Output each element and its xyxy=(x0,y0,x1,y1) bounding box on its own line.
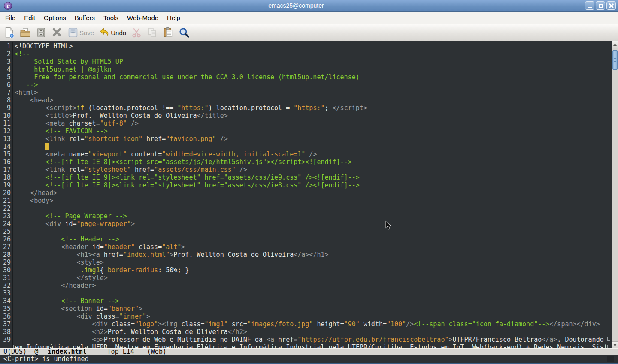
thumb-grip-icon xyxy=(614,58,616,59)
magnifier-icon xyxy=(179,27,190,38)
menu-options[interactable]: Options xyxy=(39,12,70,24)
minimize-button[interactable] xyxy=(585,1,594,10)
modeline-coding: U(DOS)--@ xyxy=(3,348,38,355)
code-line: 38 <h2>Prof. Wellton Costa de Oliveira</… xyxy=(0,328,612,336)
save-disk-icon xyxy=(67,27,79,38)
mouse-pointer xyxy=(385,220,393,231)
code-line: 22 xyxy=(0,205,612,212)
scroll-up-button[interactable] xyxy=(612,41,618,48)
code-line: 25 xyxy=(0,228,612,235)
modeline-buffer-name: index.html xyxy=(48,348,86,355)
code-line: 31 </style> xyxy=(0,274,612,282)
new-file-icon xyxy=(4,27,15,38)
menu-edit[interactable]: Edit xyxy=(20,12,39,24)
window-title: emacs25@computer xyxy=(0,0,592,12)
line-number: 8 xyxy=(0,96,11,104)
modeline-position: Top L14 xyxy=(107,348,134,355)
code-line: 28 <h1><a href="index.html">Prof. Wellto… xyxy=(0,251,612,259)
line-number: 35 xyxy=(0,305,11,313)
maximize-button[interactable] xyxy=(596,1,605,10)
line-number: 32 xyxy=(0,282,11,289)
line-number: 29 xyxy=(0,259,11,266)
undo-button[interactable]: Undo xyxy=(98,26,127,39)
search-button[interactable] xyxy=(178,26,190,39)
code-line: 29 <style> xyxy=(0,259,612,266)
dired-button[interactable] xyxy=(35,26,47,39)
line-number: 12 xyxy=(0,127,11,135)
open-folder-icon xyxy=(20,27,31,38)
line-number: 1 xyxy=(0,42,11,50)
menu-tools[interactable]: Tools xyxy=(99,12,123,24)
line-number: 24 xyxy=(0,220,11,228)
close-button[interactable] xyxy=(606,1,616,10)
scrollbar[interactable] xyxy=(612,41,618,348)
scissors-icon xyxy=(131,27,142,38)
code-line: 11 <meta charset="utf-8" /> xyxy=(0,120,612,127)
line-number: 20 xyxy=(0,189,11,197)
arrow-up-icon xyxy=(613,43,617,46)
code-line: 2<!-- xyxy=(0,50,612,58)
line-number: 13 xyxy=(0,135,11,143)
code-line: 33 xyxy=(0,289,612,297)
code-line: 30 .img1{ border-radius: 50%; } xyxy=(0,266,612,274)
copy-button[interactable] xyxy=(146,26,158,39)
line-number: 15 xyxy=(0,150,11,158)
undo-label: Undo xyxy=(111,29,126,36)
code-line: 8 <head> xyxy=(0,96,612,104)
text-area[interactable]: 1<!DOCTYPE HTML>2<!--3 Solid State by HT… xyxy=(0,41,612,348)
code-line: 5 Free for personal and commercial use u… xyxy=(0,73,612,81)
line-number: 34 xyxy=(0,297,11,305)
code-line: 26 <!-- Header --> xyxy=(0,235,612,243)
line-number: 27 xyxy=(0,243,11,251)
mode-line: U(DOS)--@index.htmlTop L14(Web) xyxy=(0,348,618,355)
line-number: 26 xyxy=(0,235,11,243)
code-line: 37 <div class="logo"><img class="img1" s… xyxy=(0,320,612,328)
code-line: 35 <section id="banner"> xyxy=(0,305,612,313)
close-buffer-button[interactable] xyxy=(51,26,63,39)
scroll-down-button[interactable] xyxy=(612,341,618,348)
paste-button[interactable] xyxy=(162,26,174,39)
text-cursor xyxy=(45,143,49,150)
code-line: 24 <div id="page-wrapper"> xyxy=(0,220,612,228)
scrollbar-thumb[interactable] xyxy=(612,50,618,70)
echo-message: <C-print> is undefined xyxy=(3,355,89,363)
code-line: 9 <script>if (location.protocol !== "htt… xyxy=(0,104,612,112)
code-line: 6 --> xyxy=(0,81,612,89)
open-file-button[interactable] xyxy=(19,26,31,39)
undo-arrow-icon xyxy=(99,27,110,38)
line-number: 31 xyxy=(0,274,11,282)
line-number: 22 xyxy=(0,205,11,212)
arrow-down-icon xyxy=(613,344,617,346)
code-line: 1<!DOCTYPE HTML> xyxy=(0,42,612,50)
minimize-icon xyxy=(588,7,592,8)
save-button[interactable]: Save xyxy=(67,26,94,39)
emacs-window: { "window": { "title": "emacs25@computer… xyxy=(0,0,618,364)
menu-web-mode[interactable]: Web-Mode xyxy=(123,12,163,24)
code-line: 15 <meta name="viewport" content="width=… xyxy=(0,150,612,158)
tool-bar: Save Undo xyxy=(0,24,618,41)
code-line: 4 html5up.net | @ajlkn xyxy=(0,66,612,73)
cut-button[interactable] xyxy=(130,26,142,39)
menu-buffers[interactable]: Buffers xyxy=(70,12,99,24)
code-line: 14 xyxy=(0,143,612,150)
code-rows: 1<!DOCTYPE HTML>2<!--3 Solid State by HT… xyxy=(0,41,612,348)
new-file-button[interactable] xyxy=(3,26,15,39)
line-number: 4 xyxy=(0,66,11,73)
title-bar: ε emacs25@computer xyxy=(0,0,618,12)
code-line: 12 <!-- FAVICON --> xyxy=(0,127,612,135)
code-line: 27 <header id="header" class="alt"> xyxy=(0,243,612,251)
line-number: 11 xyxy=(0,120,11,127)
menu-help[interactable]: Help xyxy=(163,12,185,24)
line-number: 10 xyxy=(0,112,11,120)
line-number: 16 xyxy=(0,158,11,166)
line-number: 25 xyxy=(0,228,11,235)
code-line: 16 <!--[if lte IE 8]><script src="assets… xyxy=(0,158,612,166)
code-line: 23 <!-- Page Wrapper --> xyxy=(0,212,612,220)
minibuffer[interactable]: <C-print> is undefined xyxy=(0,355,618,363)
code-line: 3 Solid State by HTML5 UP xyxy=(0,58,612,66)
line-number: 6 xyxy=(0,81,11,89)
code-line: 34 <!-- Banner --> xyxy=(0,297,612,305)
save-label: Save xyxy=(79,29,94,36)
menu-file[interactable]: File xyxy=(1,12,20,24)
code-line: 36 <div class="inner"> xyxy=(0,313,612,320)
